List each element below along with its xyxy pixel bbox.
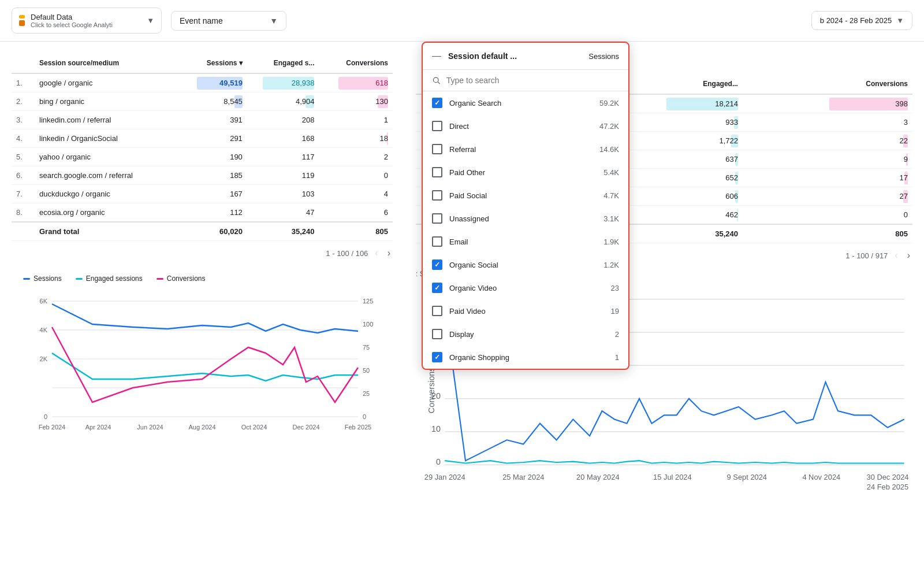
dropdown-item[interactable]: ✓ Organic Search 59.2K [423,91,628,114]
dropdown-item-count: 1.9K [603,238,619,246]
right-row-conversions: 17 [743,169,912,187]
row-num: 6. [12,166,35,185]
dropdown-item-count: 47.2K [599,122,619,131]
dropdown-checkbox[interactable] [432,144,442,154]
dropdown-checkbox[interactable] [432,329,442,339]
chart-legend: Sessions Engaged sessions Conversions [23,275,381,283]
row-sessions: 190 [182,148,247,166]
svg-text:0: 0 [363,413,366,420]
svg-text:0: 0 [436,457,441,466]
right-row-conversions: 9 [743,150,912,169]
dropdown-checkbox[interactable]: ✓ [432,259,442,270]
dropdown-checkbox[interactable] [432,190,442,201]
svg-text:15 Jul 2024: 15 Jul 2024 [653,473,692,481]
right-prev-page[interactable]: ‹ [892,248,900,263]
dropdown-item[interactable]: Paid Video 19 [423,299,628,322]
row-source: search.google.com / referral [35,166,182,185]
property-text: Default Data Click to select Google Anal… [31,13,113,28]
date-range-arrow: ▼ [896,16,904,25]
prev-page-button[interactable]: ‹ [372,246,380,261]
search-input[interactable] [446,76,619,85]
dropdown-item-count: 3.1K [603,214,619,223]
row-num: 4. [12,129,35,148]
svg-text:24 Feb 2025: 24 Feb 2025 [867,483,908,491]
row-source: yahoo / organic [35,148,182,166]
event-name-dropdown[interactable]: Event name ▼ [171,11,286,31]
right-total-conversions: 805 [743,224,912,243]
svg-text:9 Sept 2024: 9 Sept 2024 [727,473,767,481]
dropdown-item[interactable]: Email 1.9K [423,230,628,253]
dropdown-checkbox[interactable]: ✓ [432,283,442,293]
row-num: 3. [12,111,35,129]
next-page-button[interactable]: › [385,246,393,261]
dropdown-item[interactable]: Display 2 [423,322,628,346]
svg-text:Dec 2024: Dec 2024 [292,424,319,431]
row-sessions: 185 [182,166,247,185]
row-sessions: 391 [182,111,247,129]
left-chart-svg: 6K 4K 2K 0 125 100 75 50 25 0 Feb 2024 [23,290,381,440]
dropdown-header: — Session default ... Sessions [423,43,628,70]
dropdown-checkbox[interactable] [432,167,442,177]
dropdown-item-count: 59.2K [599,99,619,107]
dropdown-checkbox[interactable] [432,121,442,131]
checkmark: ✓ [434,99,440,107]
right-row-conversions: 0 [743,206,912,225]
dropdown-checkbox[interactable]: ✓ [432,352,442,362]
svg-text:30 Dec 2024: 30 Dec 2024 [866,473,908,481]
table-row: 5. yahoo / organic 190 117 2 [12,148,393,166]
dropdown-sessions-label: Sessions [588,52,619,61]
date-range-label: b 2024 - 28 Feb 2025 [820,16,892,25]
dropdown-checkbox[interactable] [432,236,442,247]
dropdown-checkbox[interactable] [432,213,442,224]
dropdown-item-label: Paid Social [449,191,597,200]
dropdown-checkbox[interactable]: ✓ [432,98,442,108]
dropdown-item[interactable]: ✓ Organic Social 1.2K [423,253,628,276]
row-conversions: 130 [319,92,393,111]
dropdown-item-count: 2 [615,330,619,339]
dropdown-checkbox[interactable] [432,306,442,316]
svg-text:2K: 2K [40,355,48,362]
dropdown-item-label: Paid Other [449,168,597,177]
legend-engaged: Engaged sessions [76,275,143,283]
dropdown-item-label: Direct [449,122,593,131]
svg-text:0: 0 [44,413,47,420]
table-row: 6. search.google.com / referral 185 119 … [12,166,393,185]
dropdown-minus-icon: — [432,51,441,61]
row-engaged: 117 [247,148,319,166]
svg-text:10: 10 [431,424,441,433]
col-source: Session source/medium [35,53,182,73]
col-sessions[interactable]: Sessions ▾ [182,53,247,73]
dropdown-item[interactable]: ✓ Organic Shopping 1 [423,346,628,369]
table-row: 4. linkedin / OrganicSocial 291 168 18 [12,129,393,148]
property-selector[interactable]: Default Data Click to select Google Anal… [12,8,162,34]
dropdown-item[interactable]: ✓ Organic Video 23 [423,276,628,299]
row-sessions: 8,545 [182,92,247,111]
right-next-page[interactable]: › [905,248,912,263]
left-panel: Session source/medium Sessions ▾ Engaged… [0,42,404,571]
row-conversions: 0 [319,166,393,185]
svg-text:125: 125 [363,298,373,305]
row-sessions: 112 [182,203,247,223]
dropdown-item[interactable]: Referral 14.6K [423,138,628,161]
row-source: google / organic [35,73,182,92]
grand-total-label: Grand total [35,222,182,241]
date-range-dropdown[interactable]: b 2024 - 28 Feb 2025 ▼ [811,11,912,30]
svg-text:4 Nov 2024: 4 Nov 2024 [802,473,840,481]
svg-text:50: 50 [363,367,370,374]
grand-total-row: Grand total 60,020 35,240 805 [12,222,393,241]
left-chart-area: Sessions Engaged sessions Conversions [12,265,393,451]
dropdown-item-count: 14.6K [599,145,619,154]
row-conversions: 6 [319,203,393,223]
dropdown-item[interactable]: Paid Social 4.7K [423,184,628,207]
dropdown-item-count: 23 [611,284,619,292]
sessions-legend-dot [23,278,30,280]
dropdown-item[interactable]: Paid Other 5.4K [423,161,628,184]
conversions-legend-label: Conversions [167,275,206,283]
event-dropdown-label: Event name [180,16,223,25]
dropdown-item-label: Referral [449,145,593,154]
dropdown-item[interactable]: Unassigned 3.1K [423,207,628,230]
dropdown-item[interactable]: Direct 47.2K [423,114,628,138]
pagination-info: 1 - 100 / 106 [326,249,368,258]
row-conversions: 2 [319,148,393,166]
svg-text:Aug 2024: Aug 2024 [188,424,215,431]
